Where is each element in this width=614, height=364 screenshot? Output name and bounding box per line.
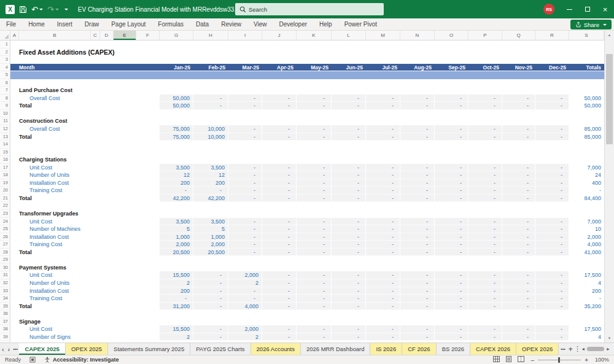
row-header-15[interactable]: 15: [0, 149, 10, 157]
sheet-tab-cf-2026[interactable]: CF 2026: [402, 343, 436, 355]
value-cell-r12-m9[interactable]: -: [435, 125, 468, 133]
value-cell-r25-m4[interactable]: -: [262, 225, 297, 233]
value-cell-r34-m8[interactable]: -: [400, 295, 435, 303]
column-header-M[interactable]: M: [366, 31, 400, 40]
search-box[interactable]: Search: [235, 3, 384, 15]
value-cell-r39-m10[interactable]: -: [468, 333, 502, 341]
value-cell-r12-m8[interactable]: -: [400, 125, 435, 133]
value-cell-r24-m12[interactable]: -: [535, 218, 569, 226]
value-cell-r25-m9[interactable]: -: [435, 225, 468, 233]
value-cell-r19-m8[interactable]: -: [400, 179, 435, 187]
row-header-36[interactable]: 36: [0, 310, 10, 318]
month-header-cell-jun-25[interactable]: Jun-25: [332, 64, 366, 72]
value-cell-r34-m12[interactable]: -: [535, 295, 569, 303]
value-cell-r17-m7[interactable]: -: [366, 164, 400, 172]
value-cell-r31-m5[interactable]: -: [297, 271, 332, 279]
value-cell-r9-m6[interactable]: -: [332, 102, 366, 110]
value-cell-r28-m1[interactable]: 20,500: [160, 249, 193, 257]
cell-label-training-cost-r20[interactable]: Training Cost: [10, 187, 160, 195]
value-cell-r28-m10[interactable]: -: [468, 249, 502, 257]
value-cell-r8-m10[interactable]: -: [468, 95, 502, 103]
ribbon-tab-help[interactable]: Help: [313, 18, 338, 30]
value-cell-r27-m6[interactable]: -: [332, 241, 366, 249]
row-header-11[interactable]: 11: [0, 117, 10, 125]
total-cell-r21[interactable]: 84,400: [569, 195, 604, 203]
value-cell-r38-m7[interactable]: -: [366, 325, 400, 333]
value-cell-r32-m11[interactable]: -: [502, 279, 535, 287]
value-cell-r35-m6[interactable]: -: [332, 303, 366, 311]
cell-label-unit-cost-r24[interactable]: Unit Cost: [10, 218, 160, 226]
page-layout-view-icon[interactable]: [505, 356, 512, 363]
value-cell-r35-m8[interactable]: -: [400, 303, 435, 311]
value-cell-r17-m1[interactable]: 3,500: [160, 164, 193, 172]
accessibility-status-label[interactable]: Accessibility: Investigate: [53, 357, 119, 363]
row-header-29[interactable]: 29: [0, 256, 10, 264]
empty-label-cell-r29[interactable]: [10, 256, 160, 264]
cell-label-construction-cost-r11[interactable]: Construction Cost: [10, 117, 160, 125]
cell-label-unit-cost-r38[interactable]: Unit Cost: [10, 325, 160, 333]
cell-label-overall-cost-r8[interactable]: Overall Cost: [10, 95, 160, 103]
value-cell-r32-m3[interactable]: 2: [228, 279, 262, 287]
value-cell-r31-m12[interactable]: -: [535, 271, 569, 279]
scroll-right-icon[interactable]: ►: [606, 347, 610, 351]
value-cell-r34-m6[interactable]: -: [332, 295, 366, 303]
sheet-tab-opex-2025[interactable]: OPEX 2025: [66, 343, 108, 355]
customize-qat-button[interactable]: [63, 9, 68, 10]
value-cell-r38-m1[interactable]: 15,500: [160, 325, 193, 333]
month-header-cell-jul-25[interactable]: Jul-25: [366, 64, 400, 72]
user-avatar-badge[interactable]: RS: [543, 4, 554, 15]
month-header-cell-aug-25[interactable]: Aug-25: [400, 64, 435, 72]
value-cell-r33-m12[interactable]: -: [535, 287, 569, 295]
value-cell-r9-m12[interactable]: -: [535, 102, 569, 110]
row-header-28[interactable]: 28: [0, 249, 10, 257]
value-cell-r12-m1[interactable]: 75,000: [160, 125, 193, 133]
value-cell-r12-m5[interactable]: -: [297, 125, 332, 133]
cell-label-unit-cost-r17[interactable]: Unit Cost: [10, 164, 160, 172]
value-cell-r32-m12[interactable]: -: [535, 279, 569, 287]
value-cell-r17-m4[interactable]: -: [262, 164, 297, 172]
value-cell-r25-m2[interactable]: 5: [193, 225, 228, 233]
value-cell-r18-m1[interactable]: 12: [160, 171, 193, 179]
value-cell-r26-m4[interactable]: -: [262, 233, 297, 241]
sheet-menu-icon[interactable]: ⋮: [574, 343, 581, 355]
value-cell-r33-m8[interactable]: -: [400, 287, 435, 295]
row-header-9[interactable]: 9: [0, 102, 10, 110]
value-cell-r18-m7[interactable]: -: [366, 171, 400, 179]
value-cell-r21-m7[interactable]: -: [366, 195, 400, 203]
column-header-F[interactable]: F: [136, 31, 160, 40]
column-header-J[interactable]: J: [262, 31, 297, 40]
page-break-view-icon[interactable]: [518, 356, 524, 363]
month-header-cell-dec-25[interactable]: Dec-25: [535, 64, 569, 72]
total-cell-r24[interactable]: 7,000: [569, 218, 604, 226]
value-cell-r19-m10[interactable]: -: [468, 179, 502, 187]
column-header-E[interactable]: E: [114, 31, 136, 40]
value-cell-r32-m9[interactable]: -: [435, 279, 468, 287]
value-cell-r33-m5[interactable]: -: [297, 287, 332, 295]
cell-label-number-of-machines-r25[interactable]: Number of Machines: [10, 225, 160, 233]
column-header-Q[interactable]: Q: [502, 31, 535, 40]
value-cell-r31-m3[interactable]: 2,000: [228, 271, 262, 279]
row-header-12[interactable]: 12: [0, 125, 10, 133]
value-cell-r39-m2[interactable]: -: [193, 333, 228, 341]
value-cell-r38-m11[interactable]: -: [502, 325, 535, 333]
cell-label-overall-cost-r12[interactable]: Overall Cost: [10, 125, 160, 133]
value-cell-r35-m11[interactable]: -: [502, 303, 535, 311]
value-cell-r39-m6[interactable]: -: [332, 333, 366, 341]
value-cell-r38-m10[interactable]: -: [468, 325, 502, 333]
value-cell-r32-m7[interactable]: -: [366, 279, 400, 287]
value-cell-r39-m1[interactable]: 2: [160, 333, 193, 341]
value-cell-r20-m12[interactable]: -: [535, 187, 569, 195]
value-cell-r17-m3[interactable]: -: [228, 164, 262, 172]
value-cell-r31-m1[interactable]: 15,500: [160, 271, 193, 279]
sheet-tab-capex-2026[interactable]: CAPEX 2026: [470, 343, 516, 355]
value-cell-r38-m12[interactable]: -: [535, 325, 569, 333]
row-header-24[interactable]: 24: [0, 218, 10, 226]
value-cell-r24-m7[interactable]: -: [366, 218, 400, 226]
column-header-C[interactable]: C: [91, 31, 100, 40]
value-cell-r18-m11[interactable]: -: [502, 171, 535, 179]
value-cell-r26-m2[interactable]: 1,000: [193, 233, 228, 241]
value-cell-r8-m8[interactable]: -: [400, 95, 435, 103]
row-header-3[interactable]: 3: [0, 56, 10, 64]
value-cell-r38-m2[interactable]: -: [193, 325, 228, 333]
vertical-scroll-thumb[interactable]: [606, 54, 613, 144]
